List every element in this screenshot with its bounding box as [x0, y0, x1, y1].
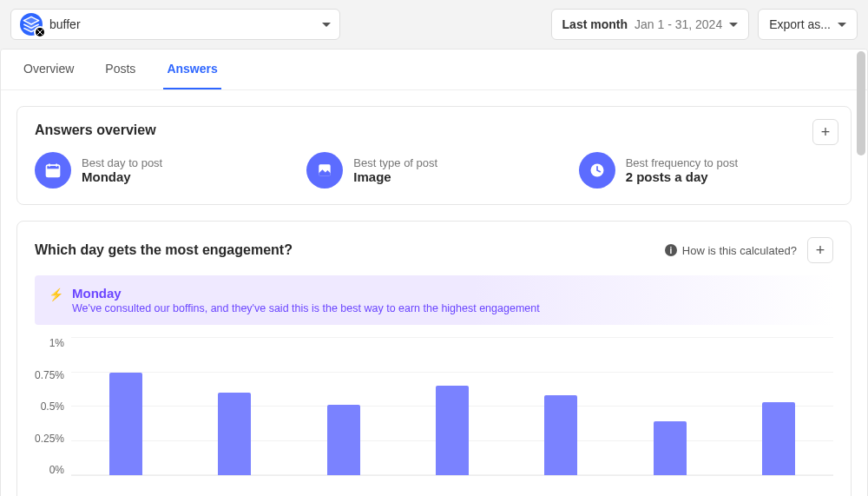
engagement-question-title: Which day gets the most engagement? [35, 242, 293, 258]
plot-area [71, 337, 833, 476]
bar[interactable] [327, 405, 360, 475]
stat-label: Best day to post [82, 156, 162, 169]
scrollbar[interactable] [857, 51, 865, 155]
best-day-stat: Best day to post Monday [35, 152, 289, 188]
engagement-bar-chart: 1%0.75%0.5%0.25%0% [35, 337, 833, 493]
y-tick: 1% [49, 337, 64, 349]
bar[interactable] [218, 393, 251, 475]
answers-overview-card: + Answers overview Best day to post Mond… [16, 106, 852, 205]
date-range-selector[interactable]: Last month Jan 1 - 31, 2024 [551, 9, 750, 40]
how-calculated-link[interactable]: i How is this calculated? [665, 244, 797, 257]
tab-answers[interactable]: Answers [163, 50, 220, 89]
add-to-report-button[interactable]: + [812, 119, 838, 145]
bolt-icon: ⚡ [49, 288, 63, 301]
stat-value: Monday [82, 169, 162, 184]
bars-container [71, 337, 833, 475]
answer-highlight: ⚡ Monday We've consulted our boffins, an… [35, 275, 833, 325]
y-axis: 1%0.75%0.5%0.25%0% [35, 337, 71, 476]
bar[interactable] [436, 386, 469, 475]
channel-selector[interactable]: buffer [10, 9, 340, 40]
tab-overview[interactable]: Overview [20, 50, 77, 89]
chevron-down-icon [729, 23, 738, 27]
bar[interactable] [762, 402, 795, 475]
stat-value: Image [353, 169, 437, 184]
export-button[interactable]: Export as... [758, 9, 858, 40]
best-frequency-stat: Best frequency to post 2 posts a day [579, 152, 833, 188]
tabs-nav: Overview Posts Answers [1, 50, 867, 90]
tab-posts[interactable]: Posts [102, 50, 139, 89]
image-icon [306, 152, 343, 188]
stat-label: Best type of post [353, 156, 437, 169]
stat-label: Best frequency to post [626, 156, 738, 169]
bar[interactable] [544, 395, 577, 475]
export-label: Export as... [769, 17, 831, 31]
calendar-icon [35, 152, 71, 188]
answers-overview-title: Answers overview [35, 122, 833, 138]
y-tick: 0.75% [35, 369, 64, 381]
y-tick: 0% [49, 464, 64, 476]
best-type-stat: Best type of post Image [306, 152, 561, 188]
y-tick: 0.25% [35, 433, 64, 445]
bar[interactable] [654, 421, 687, 475]
highlight-title: Monday [72, 286, 540, 301]
date-range-label: Last month [562, 17, 628, 31]
chevron-down-icon [838, 23, 846, 27]
chevron-down-icon [322, 23, 331, 27]
stat-value: 2 posts a day [626, 169, 738, 184]
x-twitter-badge-icon [34, 26, 46, 38]
how-calculated-label: How is this calculated? [682, 244, 797, 257]
bar[interactable] [109, 373, 142, 475]
add-to-report-button[interactable]: + [807, 237, 833, 263]
y-tick: 0.5% [41, 400, 64, 413]
buffer-logo-icon [20, 13, 43, 36]
info-icon: i [665, 244, 677, 256]
clock-icon [579, 152, 615, 188]
main-content: Overview Posts Answers + Answers overvie… [0, 49, 868, 496]
channel-name: buffer [49, 17, 81, 31]
date-range-value: Jan 1 - 31, 2024 [635, 17, 722, 31]
highlight-subtitle: We've consulted our boffins, and they've… [72, 302, 540, 314]
engagement-by-day-card: Which day gets the most engagement? i Ho… [16, 221, 852, 496]
